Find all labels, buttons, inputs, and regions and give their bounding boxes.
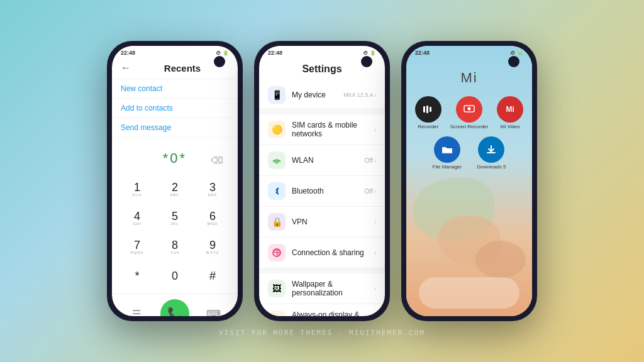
miui-version: MIUI 12.5.4: [343, 92, 373, 98]
always-on-label: Always-on display & Lock screen: [292, 310, 374, 316]
settings-item-my-device[interactable]: 📱 My device MIUI 12.5.4 ›: [259, 81, 385, 109]
settings-item-connection-sharing[interactable]: Connection & sharing ›: [259, 238, 385, 268]
dial-display: *0* ⌫: [112, 138, 238, 173]
section-gap-1: [259, 109, 385, 114]
app-file-manager[interactable]: File Manager: [433, 136, 462, 170]
dialpad-icon[interactable]: ⌨: [201, 301, 226, 316]
connection-sharing-icon: [268, 244, 286, 261]
dial-bottom-bar: ☰ 📞 ⌨: [112, 293, 238, 316]
screen-recorder-circle: [456, 96, 482, 123]
new-contact-link[interactable]: New contact: [112, 79, 238, 99]
chevron-icon-1: ›: [374, 126, 376, 133]
camera-notch-3: [508, 56, 519, 67]
app-downloads[interactable]: Downloads 5: [477, 136, 506, 170]
dial-row-1: 1GLU 2ABC 3DEF: [118, 175, 231, 203]
menu-icon[interactable]: ☰: [124, 301, 149, 316]
app-mi-video[interactable]: Mi Mi Video: [497, 96, 523, 130]
dial-key-3[interactable]: 3DEF: [196, 175, 229, 203]
apps-row-1: Recorder Screen Recorder Mi: [406, 96, 532, 130]
watermark-text: VISIT FOR MORE THEMES - MIUITHEMER.COM: [219, 329, 425, 337]
status-time-3: 22:48: [415, 50, 430, 56]
bluetooth-label: Bluetooth: [292, 187, 365, 195]
dial-key-1[interactable]: 1GLU: [121, 175, 153, 203]
app-screen-recorder[interactable]: Screen Recorder: [450, 96, 488, 130]
settings-item-vpn[interactable]: 🔒 VPN ›: [259, 207, 385, 238]
dial-key-7[interactable]: 7PQRS: [121, 233, 153, 261]
chevron-icon-0: ›: [374, 92, 376, 99]
svg-rect-3: [430, 107, 431, 112]
camera-notch-1: [214, 56, 225, 67]
always-on-icon: 🔐: [268, 310, 286, 316]
dial-key-8[interactable]: 8TUV: [158, 233, 191, 261]
dial-row-2: 4GHI 5JKL 6MNO: [118, 204, 231, 232]
mi-video-circle: Mi: [497, 96, 523, 123]
vpn-icon: 🔒: [268, 213, 286, 231]
status-time-2: 22:48: [268, 50, 282, 56]
vpn-label: VPN: [292, 217, 374, 226]
status-icons-3: ⏱ 🔋: [510, 50, 523, 56]
dial-key-star[interactable]: *: [121, 262, 153, 290]
delete-icon[interactable]: ⌫: [211, 155, 225, 165]
call-button[interactable]: 📞: [160, 299, 189, 316]
chevron-icon-7: ›: [374, 316, 376, 317]
wallpaper-icon: 🖼: [268, 280, 286, 297]
my-device-label: My device: [292, 90, 343, 99]
phone-settings: 22:48 ⏱ 🔋 Settings 📱 My device MIUI 12.5…: [254, 41, 390, 321]
section-gap-2: [259, 268, 385, 273]
recorder-label: Recorder: [418, 124, 438, 130]
dial-key-2[interactable]: 2ABC: [158, 175, 191, 203]
dial-key-0[interactable]: 0: [158, 262, 191, 290]
chevron-icon-4: ›: [374, 219, 376, 226]
bluetooth-icon: [268, 182, 286, 200]
phone-home: 22:48 ⏱ 🔋 Mi: [401, 41, 537, 321]
dial-row-3: 7PQRS 8TUV 9WXYZ: [118, 233, 231, 261]
phone-recents: 22:48 ⏱ 🔋 ← Recents New contact Add to c…: [107, 41, 243, 321]
settings-item-wallpaper[interactable]: 🖼 Wallpaper & personalization ›: [259, 273, 385, 304]
status-icons-2: ⏱ 🔋: [363, 50, 376, 56]
recorder-circle: [415, 96, 441, 123]
chevron-icon-6: ›: [374, 285, 376, 292]
dial-key-6[interactable]: 6MNO: [196, 204, 229, 232]
blob-3: [475, 241, 526, 278]
wlan-icon: [268, 151, 286, 169]
wlan-status: Off: [365, 157, 373, 164]
settings-item-sim[interactable]: 🟡 SIM cards & mobile networks ›: [259, 114, 385, 145]
screen-recorder-label: Screen Recorder: [450, 124, 488, 130]
dial-row-4: * 0 #: [118, 262, 231, 290]
settings-item-wlan[interactable]: WLAN Off ›: [259, 145, 385, 176]
file-manager-circle: [434, 136, 460, 163]
downloads-label: Downloads 5: [477, 165, 506, 170]
dialpad: 1GLU 2ABC 3DEF 4GHI 5JKL 6MNO 7PQRS 8TUV…: [112, 173, 238, 293]
downloads-circle: [478, 136, 504, 163]
settings-item-always-on[interactable]: 🔐 Always-on display & Lock screen ›: [259, 304, 385, 316]
home-dock: [419, 277, 519, 309]
send-message-link[interactable]: Send message: [112, 118, 238, 138]
wlan-label: WLAN: [292, 156, 365, 165]
chevron-icon-3: ›: [374, 188, 376, 195]
dial-key-9[interactable]: 9WXYZ: [196, 233, 229, 261]
my-device-icon: 📱: [268, 86, 286, 104]
dial-key-5[interactable]: 5JKL: [158, 204, 191, 232]
sim-icon: 🟡: [268, 121, 286, 138]
sim-label: SIM cards & mobile networks: [292, 121, 374, 138]
dial-key-4[interactable]: 4GHI: [121, 204, 153, 232]
add-to-contacts-link[interactable]: Add to contacts: [112, 99, 238, 118]
file-manager-label: File Manager: [433, 165, 462, 170]
dial-key-hash[interactable]: #: [196, 262, 229, 290]
chevron-icon-5: ›: [374, 250, 376, 256]
home-screen-bg: 22:48 ⏱ 🔋 Mi: [406, 46, 532, 316]
settings-item-bluetooth[interactable]: Bluetooth Off ›: [259, 176, 385, 207]
back-arrow[interactable]: ←: [121, 62, 131, 74]
camera-notch-2: [361, 56, 372, 67]
connection-sharing-label: Connection & sharing: [292, 248, 374, 257]
status-icons-1: ⏱ 🔋: [216, 50, 229, 56]
apps-row-2: File Manager Downloads 5: [406, 136, 532, 170]
svg-point-5: [467, 107, 470, 111]
app-recorder[interactable]: Recorder: [415, 96, 441, 130]
svg-rect-1: [423, 106, 425, 112]
chevron-icon-2: ›: [374, 157, 376, 164]
status-time-1: 22:48: [121, 50, 135, 56]
bluetooth-status: Off: [365, 188, 373, 195]
svg-rect-2: [426, 106, 428, 113]
mi-video-label: Mi Video: [501, 124, 520, 130]
